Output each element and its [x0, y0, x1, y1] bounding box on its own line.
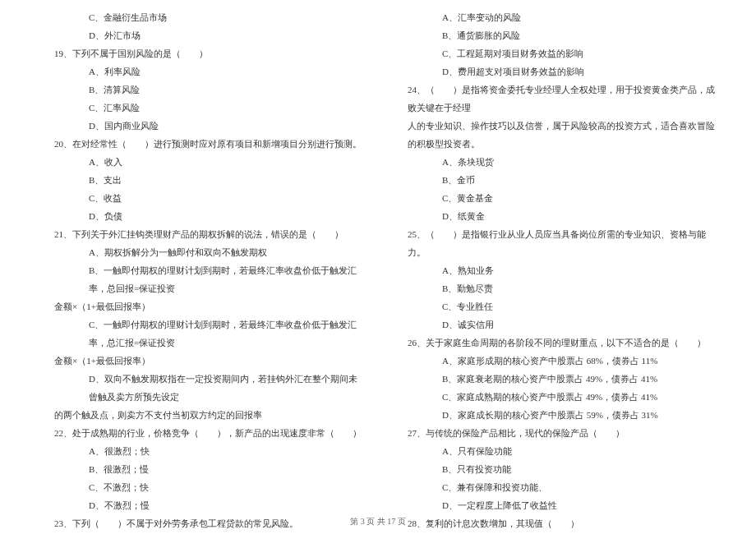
- option: A、熟知业务: [394, 261, 715, 279]
- option: C、收益: [41, 189, 362, 207]
- option: A、很激烈；快: [41, 442, 362, 460]
- question-22: 22、处于成熟期的行业，价格竞争（ ），新产品的出现速度非常（ ）: [41, 424, 362, 442]
- option: D、国内商业风险: [41, 117, 362, 135]
- option: A、收入: [41, 153, 362, 171]
- option: C、家庭成熟期的核心资产中股票占 49%，债券占 41%: [394, 388, 715, 406]
- question-20: 20、在对经常性（ ）进行预测时应对原有项目和新增项目分别进行预测。: [41, 135, 362, 153]
- option: B、清算风险: [41, 81, 362, 99]
- option: D、诚实信用: [394, 315, 715, 334]
- option: C、金融衍生品市场: [41, 8, 362, 26]
- option-cont: 的两个触及点，则卖方不支付当初双方约定的回报率: [41, 406, 362, 424]
- option: A、家庭形成期的核心资产中股票占 68%，债券占 11%: [394, 352, 715, 370]
- option: D、外汇市场: [41, 26, 362, 44]
- option: B、家庭衰老期的核心资产中股票占 49%，债券占 41%: [394, 370, 715, 388]
- option: B、通货膨胀的风险: [394, 26, 715, 44]
- question-19: 19、下列不属于国别风险的是（ ）: [41, 44, 362, 62]
- left-column: C、金融衍生品市场 D、外汇市场 19、下列不属于国别风险的是（ ） A、利率风…: [41, 8, 386, 509]
- question-26: 26、关于家庭生命周期的各阶段不同的理财重点，以下不适合的是（ ）: [394, 334, 715, 352]
- option: C、专业胜任: [394, 297, 715, 315]
- right-column: A、汇率变动的风险 B、通货膨胀的风险 C、工程延期对项目财务效益的影响 D、费…: [386, 8, 715, 509]
- option: B、只有投资功能: [394, 460, 715, 478]
- option: D、一定程度上降低了收益性: [394, 496, 715, 514]
- option: A、只有保险功能: [394, 442, 715, 460]
- option: D、纸黄金: [394, 207, 715, 225]
- question-25: 25、（ ）是指银行业从业人员应当具备岗位所需的专业知识、资格与能力。: [394, 225, 715, 261]
- option: A、条块现货: [394, 153, 715, 171]
- option: C、黄金基金: [394, 189, 715, 207]
- option: C、汇率风险: [41, 99, 362, 117]
- option: B、支出: [41, 171, 362, 189]
- option: B、很激烈；慢: [41, 460, 362, 478]
- option: A、利率风险: [41, 62, 362, 81]
- question-24: 24、（ ）是指将资金委托专业经理人全权处理，用于投资黄金类产品，成败关键在于经…: [394, 81, 715, 117]
- option: B、一触即付期权的理财计划到期时，若最终汇率收盘价低于触发汇率，总回报=保证投资: [41, 261, 362, 297]
- question-21: 21、下列关于外汇挂钩类理财产品的期权拆解的说法，错误的是（ ）: [41, 225, 362, 243]
- option: B、金币: [394, 171, 715, 189]
- option: C、不激烈；快: [41, 478, 362, 496]
- option: A、期权拆解分为一触即付和双向不触发期权: [41, 243, 362, 261]
- option: D、家庭成长期的核心资产中股票占 59%，债券占 31%: [394, 406, 715, 424]
- option: C、工程延期对项目财务效益的影响: [394, 44, 715, 62]
- option: D、双向不触发期权指在一定投资期间内，若挂钩外汇在整个期间未曾触及卖方所预先设定: [41, 370, 362, 406]
- option: D、负债: [41, 207, 362, 225]
- page-footer: 第 3 页 共 17 页: [0, 516, 756, 527]
- option: B、勤勉尽责: [394, 279, 715, 297]
- option: C、一触即付期权的理财计划到期时，若最终汇率收盘价低于触发汇率，总汇报=保证投资: [41, 315, 362, 352]
- option: D、不激烈；慢: [41, 496, 362, 514]
- question-24-cont: 人的专业知识、操作技巧以及信誉，属于风险较高的投资方式，适合喜欢冒险的积极型投资…: [394, 117, 715, 153]
- option-cont: 金额×（1+最低回报率）: [41, 297, 362, 315]
- option: C、兼有保障和投资功能、: [394, 478, 715, 496]
- question-27: 27、与传统的保险产品相比，现代的保险产品（ ）: [394, 424, 715, 442]
- page-content: C、金融衍生品市场 D、外汇市场 19、下列不属于国别风险的是（ ） A、利率风…: [0, 0, 756, 509]
- option: D、费用超支对项目财务效益的影响: [394, 62, 715, 81]
- option-cont: 金额×（1+最低回报率）: [41, 352, 362, 370]
- option: A、汇率变动的风险: [394, 8, 715, 26]
